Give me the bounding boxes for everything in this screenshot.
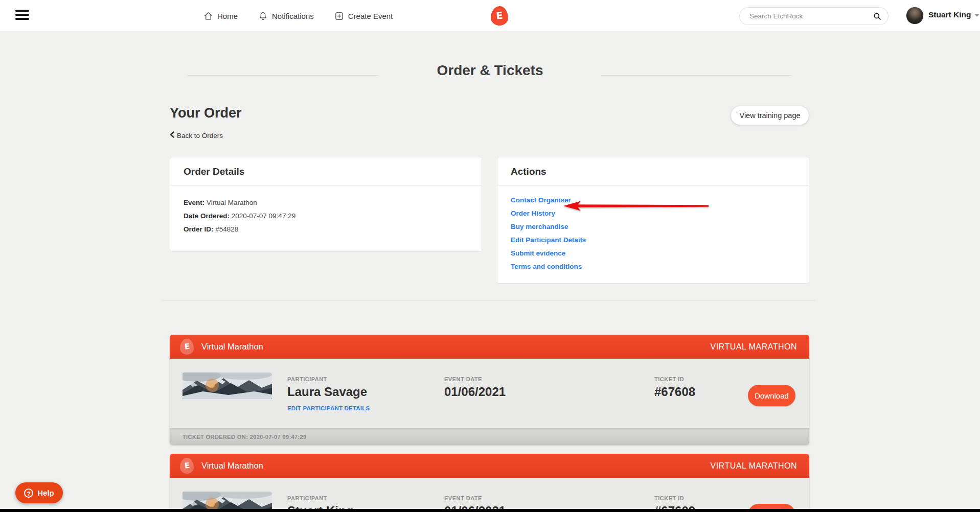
ticket-header: E Virtual Marathon VIRTUAL MARATHON [170,335,809,359]
nav-home-label: Home [217,12,238,20]
bell-icon [258,11,268,21]
section-divider [162,300,815,301]
viewport-bottom-bar [0,509,980,512]
edit-participant-details-link[interactable]: Edit Participant Details [511,236,795,244]
etchrock-egg-icon: E [180,458,194,474]
user-menu[interactable]: Stuart King [928,10,979,19]
nav-create-event[interactable]: Create Event [334,11,393,21]
help-button[interactable]: ? Help [15,482,63,503]
chevron-left-icon [170,131,174,139]
order-date-row: Date Ordered: 2020-07-07 09:47:29 [184,212,468,220]
contact-organiser-link[interactable]: Contact Organiser [511,196,795,204]
event-date-label: EVENT DATE [444,495,506,501]
ticket-body: PARTICIPANT Laura Savage EDIT PARTICIPAN… [170,359,809,428]
ticket-header: E Virtual Marathon VIRTUAL MARATHON [170,454,809,478]
submit-evidence-link[interactable]: Submit evidence [511,249,795,257]
participant-label: PARTICIPANT [287,376,370,382]
ticket-id-label: TICKET ID [654,376,695,382]
ticket-event-name-right: VIRTUAL MARATHON [711,342,797,352]
nav-create-event-label: Create Event [348,12,393,20]
chevron-down-icon [974,14,979,17]
participant-column: PARTICIPANT Laura Savage EDIT PARTICIPAN… [287,376,370,411]
order-details-card: Order Details Event: Virtual Marathon Da… [170,157,482,252]
ticket-card: E Virtual Marathon VIRTUAL MARATHON PART… [170,335,809,445]
etchrock-logo-icon[interactable]: E [491,6,508,26]
page-title: Order & Tickets [0,62,980,79]
event-date-column: EVENT DATE 01/06/2021 [444,376,506,399]
terms-and-conditions-link[interactable]: Terms and conditions [511,263,795,270]
ticket-ordered-on: TICKET ORDERED ON: 2020-07-07 09:47:29 [170,428,809,445]
ticket-card: E Virtual Marathon VIRTUAL MARATHON PART… [170,454,809,512]
order-id-row: Order ID: #54828 [184,225,468,233]
order-details-body: Event: Virtual Marathon Date Ordered: 20… [170,185,482,233]
ticket-id-column: TICKET ID #67608 [654,376,695,399]
ticket-id-value: #67608 [654,385,695,399]
search-input[interactable] [748,12,873,20]
ticket-event-name-right: VIRTUAL MARATHON [711,461,797,471]
back-to-orders-label: Back to Orders [177,132,223,139]
actions-title: Actions [497,157,809,185]
actions-body: Contact Organiser Order History Buy merc… [497,185,809,270]
order-event-row: Event: Virtual Marathon [184,199,468,206]
title-divider-right [601,75,791,76]
hamburger-menu-icon[interactable] [15,10,30,22]
question-mark-icon: ? [24,488,33,498]
edit-participant-details-link[interactable]: EDIT PARTICIPANT DETAILS [287,405,370,411]
search-box [739,7,888,25]
ticket-body: PARTICIPANT Stuart King EDIT PARTICIPANT… [170,478,809,512]
top-navbar: Home Notifications Create Event E [0,0,980,32]
user-name-label: Stuart King [928,10,971,19]
download-button[interactable]: Download [748,385,795,406]
nav-home[interactable]: Home [203,11,238,21]
order-history-link[interactable]: Order History [511,210,795,217]
ticket-event-name: Virtual Marathon [201,461,263,471]
buy-merchandise-link[interactable]: Buy merchandise [511,223,795,230]
etchrock-egg-icon: E [180,339,194,355]
section-title: Your Order [170,105,242,121]
participant-label: PARTICIPANT [287,495,370,501]
event-date-value: 01/06/2021 [444,385,506,399]
back-to-orders-link[interactable]: Back to Orders [170,131,223,139]
participant-name: Laura Savage [287,385,370,399]
view-training-page-button[interactable]: View training page [731,106,809,125]
plus-square-icon [334,11,344,21]
nav-notifications[interactable]: Notifications [258,11,314,21]
actions-card: Actions Contact Organiser Order History … [497,157,809,284]
home-icon [203,11,213,21]
search-icon[interactable] [873,12,882,21]
title-divider-left [188,75,378,76]
user-avatar[interactable] [906,7,924,25]
ticket-event-name: Virtual Marathon [201,342,263,352]
event-date-label: EVENT DATE [444,376,506,382]
order-details-title: Order Details [170,157,482,185]
nav-links: Home Notifications Create Event [203,0,393,32]
help-label: Help [37,488,54,497]
nav-notifications-label: Notifications [272,12,314,20]
ticket-id-label: TICKET ID [654,495,695,501]
event-thumbnail-image [183,373,272,399]
